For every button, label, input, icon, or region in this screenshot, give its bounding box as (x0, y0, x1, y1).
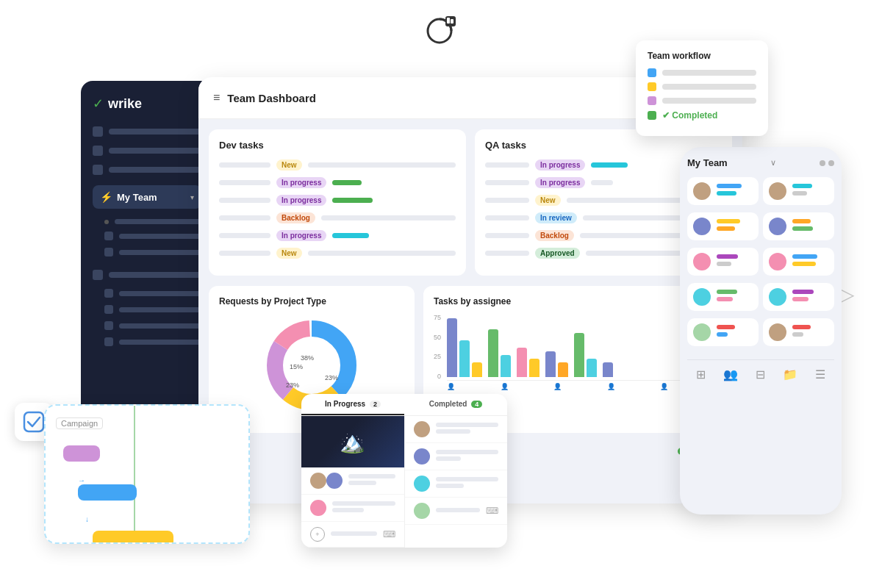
bar-segment (447, 318, 457, 377)
sub-dot (104, 220, 109, 224)
mobile-team-row[interactable] (763, 318, 834, 346)
sidebar-sub-item[interactable] (93, 321, 201, 330)
nav-menu-icon[interactable]: ☰ (815, 368, 825, 381)
sidebar-dot-icon (93, 270, 103, 280)
mini-avatar (414, 476, 430, 492)
sidebar-sub-item[interactable] (93, 289, 201, 298)
mobile-avatar (769, 253, 786, 270)
task-item[interactable]: In progress (219, 195, 456, 206)
nav-grid-icon[interactable]: ⊟ (756, 368, 765, 381)
mini-row[interactable] (301, 467, 404, 495)
progress-bar (332, 198, 373, 203)
workflow-completed-item: ✔ Completed (648, 110, 756, 121)
tab-inprogress[interactable]: In Progress 2 (301, 394, 404, 415)
mini-tabs: In Progress 2 Completed 4 (301, 394, 507, 416)
sidebar-sub-item[interactable] (93, 232, 201, 240)
nav-people-icon[interactable]: 👥 (723, 368, 738, 381)
mobile-bar (792, 332, 803, 337)
bar-segment (501, 355, 511, 377)
mobile-dot (820, 160, 825, 166)
bar-segment (574, 333, 584, 377)
progress-bar (332, 180, 362, 185)
mini-row[interactable]: + ⌨ (301, 522, 404, 548)
mini-avatar (414, 421, 430, 437)
mini-avatar (326, 473, 343, 489)
mini-content: 🏔️ + (301, 416, 507, 548)
mobile-team-row[interactable] (763, 177, 834, 205)
mobile-avatar (693, 323, 711, 341)
sidebar-sub-label (119, 234, 201, 239)
task-description (219, 251, 270, 256)
campaign-arrow-icon: → (78, 476, 238, 484)
bar-segment (587, 359, 597, 377)
mobile-header: My Team ∨ (687, 157, 834, 168)
mobile-team-row[interactable] (687, 283, 759, 311)
workflow-item (648, 68, 756, 77)
sidebar-item[interactable] (93, 146, 201, 156)
mobile-lines (792, 290, 828, 304)
task-item[interactable]: New (219, 159, 456, 171)
task-item[interactable]: In progress (219, 177, 456, 188)
svg-text:15%: 15% (290, 363, 303, 370)
sidebar-sub-item[interactable] (93, 305, 201, 314)
sidebar-item[interactable] (93, 165, 201, 175)
sidebar-item[interactable] (93, 270, 201, 280)
mobile-team-row[interactable] (763, 212, 834, 240)
workflow-item (648, 82, 756, 91)
mini-row[interactable] (405, 443, 508, 470)
mobile-avatar (693, 182, 711, 200)
mobile-bar (717, 290, 737, 294)
sidebar-label-bar (109, 167, 201, 173)
nav-folder-icon[interactable]: 📁 (783, 368, 797, 381)
completed-count-badge: 4 (471, 401, 482, 408)
task-description (219, 215, 270, 220)
mobile-bar (792, 254, 817, 259)
sidebar-sub-item[interactable] (93, 337, 201, 346)
mobile-team-row[interactable] (687, 248, 759, 276)
task-item[interactable]: Backlog (219, 212, 456, 223)
qa-tasks-title: QA tasks (485, 140, 722, 151)
mobile-bar (717, 325, 735, 329)
task-description (485, 233, 529, 238)
campaign-card: Campaign → ↓ (44, 404, 250, 544)
mini-row[interactable]: ⌨ (405, 498, 508, 525)
mobile-bar (717, 332, 728, 337)
mobile-bar (717, 262, 731, 266)
status-badge: Approved (535, 248, 580, 259)
my-team-button[interactable]: ⚡ My Team ▾ (93, 185, 201, 209)
status-badge: Backlog (276, 212, 315, 223)
sidebar-item[interactable] (93, 126, 201, 137)
svg-text:23%: 23% (286, 381, 299, 389)
mobile-team-row[interactable] (687, 318, 759, 346)
sidebar-sub-item[interactable] (93, 248, 201, 257)
mini-row[interactable] (301, 495, 404, 522)
mini-bar (332, 508, 364, 512)
sidebar-sub-item[interactable] (93, 219, 201, 224)
nav-home-icon[interactable]: ⊞ (696, 368, 706, 381)
mobile-team-row[interactable] (763, 283, 834, 311)
mobile-team-row[interactable] (763, 248, 834, 276)
mini-row[interactable] (405, 416, 508, 443)
task-item[interactable]: New (219, 248, 456, 259)
task-item[interactable]: In progress (219, 230, 456, 241)
mini-icon: ⌨ (383, 529, 395, 539)
svg-rect-3 (451, 19, 453, 24)
sidebar-logo: ✓ wrike (93, 96, 201, 112)
sidebar-sub-label (119, 340, 201, 345)
mini-bar (436, 484, 464, 488)
mini-bar (436, 450, 499, 454)
mini-bar (348, 474, 395, 478)
tab-completed[interactable]: Completed 4 (404, 394, 507, 415)
mini-row[interactable] (405, 470, 508, 498)
my-team-chevron-icon: ▾ (190, 193, 194, 201)
mobile-bar (717, 297, 733, 301)
task-description (219, 162, 270, 168)
mobile-team-row[interactable] (687, 212, 759, 240)
status-badge: In progress (535, 159, 585, 171)
bar-segment (459, 340, 470, 377)
mobile-team-row[interactable] (687, 177, 759, 205)
sidebar-dot-icon (93, 126, 103, 137)
status-badge: Backlog (535, 230, 574, 241)
hamburger-icon[interactable]: ≡ (213, 91, 220, 104)
task-description (485, 180, 529, 185)
